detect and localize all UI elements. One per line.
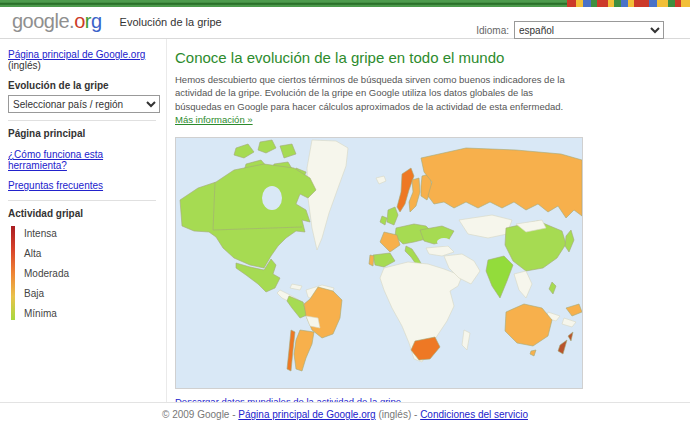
topbar-color-segment: [621, 0, 628, 7]
page-footer: © 2009 Google - Página principal de Goog…: [0, 402, 690, 429]
map-black-sea: [437, 238, 451, 246]
topbar-color-segment: [681, 0, 690, 7]
legend-title: Actividad gripal: [8, 208, 164, 219]
page-header: google.org Evolución de la gripe Idioma:…: [0, 7, 690, 38]
legend-level-label: Alta: [24, 248, 69, 259]
main-content: Conoce la evolución de la gripe en todo …: [166, 39, 690, 407]
topbar-color-segment: [597, 0, 608, 7]
language-select[interactable]: español: [514, 21, 664, 39]
topbar-color-segment: [567, 0, 576, 7]
sidebar-section-title: Evolución de la gripe: [8, 80, 164, 91]
page-title: Conoce la evolución de la gripe en todo …: [175, 49, 690, 66]
legend-level-label: Mínima: [24, 308, 69, 319]
world-flu-map: [175, 137, 583, 389]
logo-org-o: o: [74, 10, 85, 32]
legend-level-label: Moderada: [24, 268, 69, 279]
map-caspian-sea: [463, 234, 473, 252]
footer-home-suffix: (inglés): [376, 409, 412, 420]
sidebar-link-how-it-works[interactable]: ¿Cómo funciona esta herramienta?: [8, 149, 164, 171]
topbar-color-segment: [649, 0, 657, 7]
footer-separator: -: [411, 409, 420, 420]
topbar-color-segment: [668, 0, 675, 7]
legend-gradient-bar: [11, 226, 15, 320]
topbar-color-segment: [576, 0, 583, 7]
language-label: Idioma:: [476, 25, 509, 36]
intro-paragraph: Hemos descubierto que ciertos términos d…: [175, 73, 579, 126]
footer-separator: -: [229, 409, 238, 420]
footer-home-link[interactable]: Página principal de Google.org: [238, 409, 375, 420]
legend-level-labels: IntensaAltaModeradaBajaMínima: [24, 226, 69, 320]
legend-level-label: Intensa: [24, 228, 69, 239]
topbar-color-segment: [657, 0, 668, 7]
google-org-logo[interactable]: google.org: [12, 11, 102, 31]
flu-activity-legend: IntensaAltaModeradaBajaMínima: [8, 226, 164, 320]
sidebar-divider: [8, 200, 156, 201]
top-color-strip: [0, 0, 690, 7]
app-title: Evolución de la gripe: [120, 16, 222, 31]
map-region-portugal[interactable]: [369, 255, 374, 266]
legend-level-label: Baja: [24, 288, 69, 299]
sidebar: Página principal de Google.org (inglés) …: [0, 39, 166, 407]
country-region-select[interactable]: Seleccionar país / región: [8, 95, 160, 113]
map-hudson-bay: [262, 186, 282, 210]
sidebar-home-suffix: (inglés): [8, 60, 41, 71]
top-strip-green: [0, 0, 567, 7]
topbar-color-segment: [583, 0, 591, 7]
topbar-color-segment: [614, 0, 621, 7]
footer-copyright: © 2009 Google: [162, 409, 229, 420]
logo-google-text: google: [12, 10, 69, 32]
intro-text: Hemos descubierto que ciertos términos d…: [175, 74, 565, 112]
logo-org-g: g: [91, 10, 102, 32]
sidebar-home-link[interactable]: Página principal de Google.org: [8, 49, 145, 60]
more-info-link[interactable]: Más información »: [175, 114, 253, 125]
top-strip-segments: [567, 0, 690, 7]
sidebar-link-faq[interactable]: Preguntas frecuentes: [8, 180, 164, 191]
topbar-color-segment: [634, 0, 649, 7]
footer-terms-link[interactable]: Condiciones del servicio: [420, 409, 528, 420]
sidebar-nav-title: Página principal: [8, 128, 164, 139]
sidebar-divider: [8, 120, 156, 121]
